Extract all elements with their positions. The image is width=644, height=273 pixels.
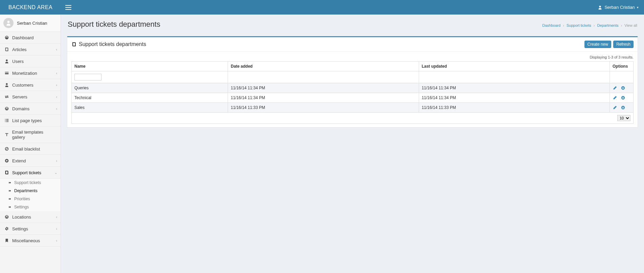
topbar: BACKEND AREA Serban Cristian ▾ [0,0,644,15]
sidebar-subitem-priorities[interactable]: Priorities [0,195,61,203]
caret-down-icon: ▾ [637,6,639,9]
sidebar-item-users[interactable]: Users [0,55,61,67]
sidebar-item-label: Monetization [12,71,37,76]
chevron-left-icon: ‹ [56,95,57,99]
sidebar-user[interactable]: Serban Cristian [0,15,61,32]
sidebar-item-label: Email blacklist [12,146,40,152]
panel-title: Support tickets departments [71,41,146,47]
sidebar-item-dashboard[interactable]: Dashboard [0,32,61,44]
cell-name: Queries [72,83,228,93]
cell-options [610,93,634,103]
create-new-button[interactable]: Create new [584,41,611,48]
cell-last-updated: 11/16/14 11:34 PM [419,83,610,93]
panel: Support tickets departments Create new R… [67,36,638,128]
chevrons-icon [8,189,12,192]
chevron-down-icon: ⌄ [54,171,57,175]
nav: DashboardArticles‹UsersMonetization‹Cust… [0,32,61,247]
panel-actions: Create new Refresh [584,41,634,48]
sidebar-item-monetization[interactable]: Monetization‹ [0,67,61,79]
chevron-left-icon: ‹ [56,239,57,243]
avatar [3,18,14,28]
subitem-label: Settings [14,205,29,209]
page-size-select[interactable]: 10 [617,115,630,121]
menu-toggle[interactable] [61,0,75,15]
sidebar-item-domains[interactable]: Domains‹ [0,103,61,115]
sidebar-item-label: List page types [12,118,42,123]
book-icon [4,170,9,175]
cell-date-added: 11/16/14 11:34 PM [228,83,419,93]
sidebar-subitem-departments[interactable]: Departments [0,187,61,195]
sidebar-item-label: Settings [12,226,28,231]
sidebar-item-support-tickets[interactable]: Support tickets⌄ [0,167,61,179]
sidebar-item-email-templates-gallery[interactable]: Email templates gallery [0,127,61,143]
sidebar-item-miscellaneous[interactable]: Miscellaneous‹ [0,235,61,247]
card-icon [4,70,9,76]
cell-date-added: 11/16/14 11:33 PM [228,103,419,113]
col-options: Options [610,62,634,71]
bookmark-icon [4,238,9,243]
table-row: Sales11/16/14 11:33 PM11/16/14 11:33 PM [72,103,634,113]
chevron-left-icon: ‹ [56,215,57,219]
sidebar-subitem-support-tickets[interactable]: Support tickets [0,179,61,187]
edit-icon[interactable] [613,95,617,100]
sidebar-item-servers[interactable]: Servers‹ [0,91,61,103]
delete-icon[interactable] [621,95,625,100]
table-row: Queries11/16/14 11:34 PM11/16/14 11:34 P… [72,83,634,93]
refresh-button[interactable]: Refresh [613,41,634,48]
user-menu[interactable]: Serban Cristian ▾ [592,5,644,10]
gear-icon [4,226,9,231]
cell-name: Sales [72,103,228,113]
page-header: Support tickets departments Dashboard › … [67,19,638,32]
sidebar-item-label: Servers [12,94,27,99]
sidebar-item-locations[interactable]: Locations‹ [0,211,61,223]
results-summary: Displaying 1-3 of 3 results. [71,55,634,59]
sidebar-subnav: Support ticketsDepartmentsPrioritiesSett… [0,179,61,211]
brand[interactable]: BACKEND AREA [0,0,61,15]
edit-icon[interactable] [613,105,617,110]
sidebar-subitem-settings[interactable]: Settings [0,203,61,211]
sidebar-item-email-blacklist[interactable]: Email blacklist [0,143,61,155]
breadcrumb-support[interactable]: Support tickets [567,23,591,27]
delete-icon[interactable] [621,86,625,90]
departments-table: Name Date added Last updated Options [71,61,634,124]
sidebar-item-label: Dashboard [12,35,34,40]
sidebar-item-label: Users [12,59,24,64]
table-row: Technical11/16/14 11:34 PM11/16/14 11:34… [72,93,634,103]
user-name: Serban Cristian [604,5,635,10]
sidebar-item-label: Email templates gallery [12,130,56,140]
delete-icon[interactable] [621,105,625,110]
sidebar-item-articles[interactable]: Articles‹ [0,44,61,55]
chevron-left-icon: ‹ [56,159,57,163]
sidebar-user-name: Serban Cristian [17,21,47,26]
chevron-left-icon: ‹ [56,227,57,231]
panel-header: Support tickets departments Create new R… [67,37,638,52]
breadcrumb-departments[interactable]: Departments [597,23,619,27]
col-date-added[interactable]: Date added [228,62,419,71]
breadcrumb-current: View all [624,23,637,27]
filter-name-input[interactable] [74,74,101,81]
transfer-icon [4,94,9,99]
sidebar-item-list-page-types[interactable]: List page types [0,115,61,127]
user-icon [598,5,602,10]
edit-icon[interactable] [613,86,617,90]
chevrons-icon [8,197,12,201]
page-title: Support tickets departments [68,20,160,29]
col-name[interactable]: Name [72,62,228,71]
chevron-left-icon: ‹ [56,107,57,111]
book-icon [4,47,9,52]
sidebar-item-extend[interactable]: Extend‹ [0,155,61,167]
cell-last-updated: 11/16/14 11:33 PM [419,103,610,113]
globe-icon [4,106,9,111]
content: Support tickets departments Dashboard › … [61,15,644,273]
plus-circle-icon [4,158,9,163]
chevrons-icon [8,205,12,209]
hamburger-icon [65,5,71,10]
list-icon [4,118,9,123]
col-last-updated[interactable]: Last updated [419,62,610,71]
sidebar-item-settings[interactable]: Settings‹ [0,223,61,235]
sidebar-item-customers[interactable]: Customers‹ [0,79,61,91]
breadcrumb: Dashboard › Support tickets › Department… [542,23,637,27]
sidebar-item-label: Locations [12,214,31,220]
breadcrumb-dashboard[interactable]: Dashboard [542,23,560,27]
ban-icon [4,146,9,152]
